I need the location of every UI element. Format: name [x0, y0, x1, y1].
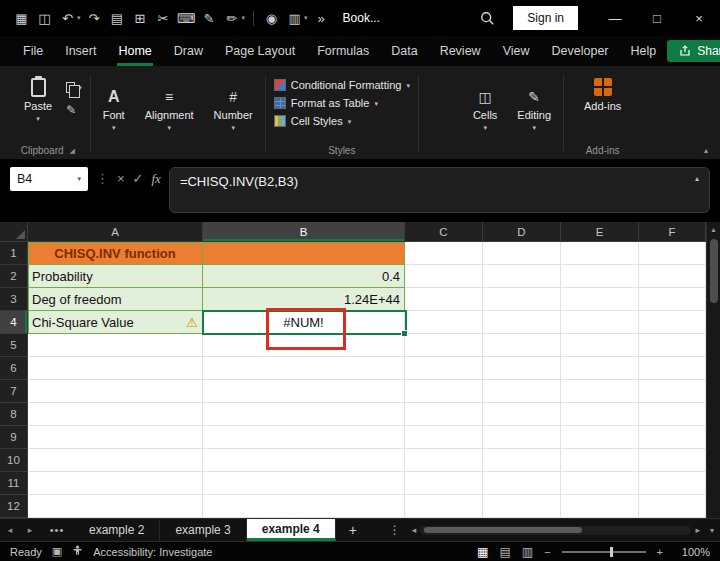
tab-insert[interactable]: Insert [54, 36, 107, 66]
tab-formulas[interactable]: Formulas [306, 36, 380, 66]
error-warning-icon[interactable]: ⚠ [186, 316, 198, 329]
cell-B8[interactable] [203, 403, 405, 426]
cell-B7[interactable] [203, 380, 405, 403]
fill-handle[interactable] [401, 330, 408, 337]
zoom-level[interactable]: 100% [674, 546, 710, 558]
cell-A11[interactable] [28, 472, 203, 495]
cell-B4[interactable]: #NUM! [203, 311, 405, 334]
cell-A4[interactable]: Chi-Square Value ⚠ [28, 311, 203, 334]
scroll-right-icon[interactable]: ▸ [695, 525, 700, 535]
sheet-tab-example-4[interactable]: example 4 [247, 519, 336, 541]
tab-review[interactable]: Review [429, 36, 492, 66]
keyboard-icon[interactable]: ⌨ [175, 11, 198, 26]
undo-icon[interactable]: ↶ [56, 11, 79, 26]
enter-icon[interactable]: ✓ [133, 167, 144, 191]
horizontal-scrollbar[interactable]: ◂ ▸ [408, 525, 704, 535]
paste-icon[interactable]: ⊞ [129, 11, 152, 26]
collapse-ribbon-icon[interactable]: ▴ [704, 146, 708, 155]
cell-D4[interactable] [483, 311, 561, 334]
cell-D9[interactable] [483, 426, 561, 449]
tab-file[interactable]: File [12, 36, 54, 66]
cell-styles-button[interactable]: Cell Styles ▾ [274, 112, 351, 130]
cell-C7[interactable] [405, 380, 483, 403]
zoom-out-icon[interactable]: − [544, 546, 550, 558]
maximize-button[interactable]: □ [636, 0, 678, 36]
cell-C1[interactable] [405, 242, 483, 265]
tab-developer[interactable]: Developer [541, 36, 620, 66]
format-as-table-button[interactable]: Format as Table ▾ [274, 94, 378, 112]
font-group-button[interactable]: A Font ▾ [93, 70, 135, 159]
print-icon[interactable]: ▤ [106, 11, 129, 26]
copy-button[interactable]: ▾ [66, 82, 82, 93]
cell-F5[interactable] [639, 334, 706, 357]
cell-F7[interactable] [639, 380, 706, 403]
toolbar-overflow-icon[interactable]: » [310, 11, 333, 26]
scroll-left-icon[interactable]: ◂ [412, 525, 417, 535]
zoom-in-icon[interactable]: + [657, 546, 663, 558]
cell-C2[interactable] [405, 265, 483, 288]
cancel-icon[interactable]: × [117, 167, 125, 191]
horizontal-scroll-thumb[interactable] [424, 527, 581, 533]
add-sheet-button[interactable]: + [336, 522, 370, 538]
zoom-slider-thumb[interactable] [610, 547, 613, 557]
cell-F12[interactable] [639, 495, 706, 518]
sheet-options-icon[interactable]: ⋮ [382, 523, 408, 537]
cell-E7[interactable] [561, 380, 639, 403]
pen-icon[interactable]: ✎ [198, 11, 221, 26]
cell-E8[interactable] [561, 403, 639, 426]
cell-B1[interactable] [203, 242, 405, 265]
cell-A3[interactable]: Deg of freedom [28, 288, 203, 311]
alignment-group-button[interactable]: ≡ Alignment ▾ [135, 70, 204, 159]
row-header-2[interactable]: 2 [0, 265, 28, 288]
minimize-button[interactable]: — [594, 0, 636, 36]
paste-button[interactable]: Paste ▾ [14, 72, 62, 122]
cell-D12[interactable] [483, 495, 561, 518]
number-group-button[interactable]: # Number ▾ [204, 70, 263, 159]
row-header-11[interactable]: 11 [0, 472, 28, 495]
cell-A6[interactable] [28, 357, 203, 380]
formula-bar-collapse-icon[interactable]: ▴ [695, 174, 699, 183]
scroll-up-icon[interactable]: ▴ [707, 225, 720, 234]
cell-C11[interactable] [405, 472, 483, 495]
cell-B9[interactable] [203, 426, 405, 449]
chevron-down-icon[interactable]: ▾ [304, 14, 308, 22]
cell-F8[interactable] [639, 403, 706, 426]
cell-C3[interactable] [405, 288, 483, 311]
sheet-tab-example-3[interactable]: example 3 [160, 519, 246, 541]
sheet-list-ellipsis[interactable]: ••• [40, 524, 74, 536]
row-header-1[interactable]: 1 [0, 242, 28, 265]
format-painter-button[interactable]: ✎ [66, 103, 82, 117]
column-header-B[interactable]: B [203, 222, 405, 242]
cell-A9[interactable] [28, 426, 203, 449]
close-button[interactable]: × [678, 0, 720, 36]
formula-bar-handle-icon[interactable]: ⋮ [96, 167, 109, 191]
redo-icon[interactable]: ↷ [83, 11, 106, 26]
tab-page-layout[interactable]: Page Layout [214, 36, 306, 66]
cell-A12[interactable] [28, 495, 203, 518]
cell-D11[interactable] [483, 472, 561, 495]
column-header-D[interactable]: D [483, 222, 561, 242]
tab-home[interactable]: Home [107, 36, 162, 66]
cell-F10[interactable] [639, 449, 706, 472]
name-box[interactable]: B4 ▾ [10, 167, 88, 191]
row-header-7[interactable]: 7 [0, 380, 28, 403]
row-header-4[interactable]: 4 [0, 311, 28, 334]
normal-view-icon[interactable]: ▦ [477, 545, 488, 559]
cell-B6[interactable] [203, 357, 405, 380]
cell-D1[interactable] [483, 242, 561, 265]
cell-E3[interactable] [561, 288, 639, 311]
cell-C12[interactable] [405, 495, 483, 518]
cell-E4[interactable] [561, 311, 639, 334]
cell-C10[interactable] [405, 449, 483, 472]
cell-D2[interactable] [483, 265, 561, 288]
cell-C8[interactable] [405, 403, 483, 426]
row-header-10[interactable]: 10 [0, 449, 28, 472]
row-header-6[interactable]: 6 [0, 357, 28, 380]
cell-A10[interactable] [28, 449, 203, 472]
insert-function-icon[interactable]: fx [152, 167, 161, 191]
tab-draw[interactable]: Draw [163, 36, 214, 66]
column-header-C[interactable]: C [405, 222, 483, 242]
cell-A2[interactable]: Probability [28, 265, 203, 288]
cell-F2[interactable] [639, 265, 706, 288]
horizontal-scroll-track[interactable] [420, 526, 691, 535]
